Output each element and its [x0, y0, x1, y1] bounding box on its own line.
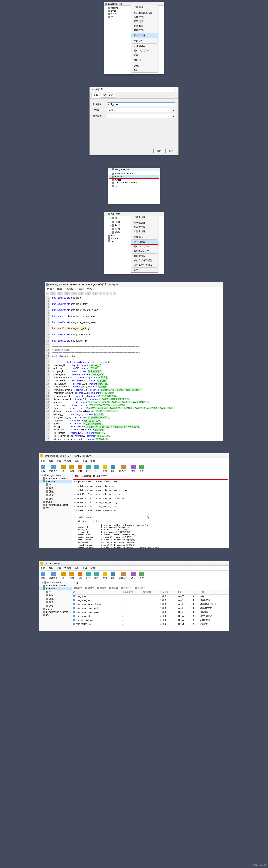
menu-item[interactable]: 编辑: [49, 459, 53, 462]
notepad-menubar[interactable]: 文件(F)编辑(E)查看(V)设置(T)帮助(H): [45, 287, 223, 291]
tool-button[interactable]: 函数: [78, 465, 82, 472]
object-toolbar[interactable]: 打开表设计表新建表删除表导入向导导出向导: [72, 585, 229, 590]
menu-item[interactable]: 复制连接...: [131, 28, 158, 32]
tree-item[interactable]: mysql: [109, 178, 159, 181]
menu-item[interactable]: 关闭连接: [131, 5, 158, 9]
menu-item[interactable]: 删除连接: [131, 24, 158, 28]
table-row[interactable]: oms_payment_info116 KBInnoDB0支付信息表: [72, 618, 229, 622]
tab-objects[interactable]: 对象: [72, 581, 81, 585]
notepad-toolbar[interactable]: [45, 291, 223, 296]
obj-tool[interactable]: 设计表: [85, 586, 94, 589]
ok-button[interactable]: 确定: [154, 149, 164, 153]
table-row[interactable]: oms_refund_info116 KBInnoDB0退款信息: [72, 622, 229, 626]
main-tabs[interactable]: 对象: [72, 581, 229, 585]
tab-sql-preview[interactable]: SQL 预览: [101, 93, 115, 98]
menu-item[interactable]: 切换连接配置文件: [131, 10, 158, 15]
obj-tool[interactable]: 新建表: [97, 586, 106, 589]
menu-item[interactable]: 帮助: [90, 459, 95, 462]
tool-button[interactable]: 连接: [41, 465, 45, 472]
obj-tool[interactable]: 删除表: [109, 586, 118, 589]
menu-item[interactable]: 新建数据库...: [131, 225, 158, 229]
tool-button[interactable]: 新建查询: [49, 465, 57, 472]
menu-item[interactable]: 在数据库中查找...: [131, 263, 158, 267]
menu-item[interactable]: 运行 SQL 文件...: [131, 49, 158, 53]
menu-item[interactable]: 工具: [75, 566, 79, 569]
menu-item[interactable]: 编辑: [49, 566, 53, 569]
tool-button[interactable]: 自动运行: [119, 572, 127, 580]
navicat-menubar[interactable]: 文件编辑查看收藏夹工具窗口帮助: [39, 458, 229, 463]
menu-item[interactable]: 逆向数据库到模型...: [131, 258, 158, 263]
menu-item[interactable]: 刷新: [131, 68, 158, 72]
tool-button[interactable]: 函数: [78, 572, 82, 580]
tree-item[interactable]: performance_schema: [109, 181, 159, 184]
table-row[interactable]: oms_order_setting116 KBInnoDB0订单配置信息: [72, 614, 229, 618]
tool-button[interactable]: 查询: [103, 572, 107, 580]
tool-button[interactable]: 用户: [86, 572, 90, 580]
tool-button[interactable]: 模型: [131, 465, 136, 472]
tool-button[interactable]: 用户: [86, 465, 90, 472]
console-output[interactable]: mysql> drop table if exists oms_order; d…: [73, 479, 229, 548]
menu-item[interactable]: 设置(T): [77, 287, 84, 291]
menu-item[interactable]: 新建查询: [131, 235, 158, 239]
menu-item[interactable]: 文件: [41, 459, 45, 462]
menu-item[interactable]: 关闭数据库: [131, 215, 158, 219]
menu-item[interactable]: 命令列界面...: [131, 240, 158, 245]
tool-button[interactable]: 自动运行: [119, 465, 127, 472]
menu-item[interactable]: 新建连接: [131, 19, 158, 24]
menu-item[interactable]: 编辑(E): [57, 287, 64, 291]
menu-item[interactable]: 收藏夹: [64, 459, 71, 462]
table-row[interactable]: oms_order_item116 KBInnoDB0订单项信息: [72, 598, 229, 602]
menu-item[interactable]: 帮助(H): [86, 287, 94, 291]
menu-item[interactable]: 命令列界面...: [131, 44, 158, 49]
cancel-button[interactable]: 取消: [165, 149, 176, 153]
tool-button[interactable]: 表: [61, 465, 66, 472]
obj-tool[interactable]: 打开表: [74, 586, 82, 589]
table-row[interactable]: oms_order_return_apply116 KBInnoDB0订单退货申…: [72, 606, 229, 610]
menu-item[interactable]: 帮助: [90, 566, 95, 569]
menu-item[interactable]: 工具: [75, 459, 79, 462]
menu-item[interactable]: 编辑连接...: [131, 15, 158, 19]
editor[interactable]: 1234567891011121314151617181920212223242…: [45, 296, 223, 441]
menu-item[interactable]: 文件: [41, 566, 45, 569]
menu-item[interactable]: 文件(F): [47, 287, 54, 291]
tree-item[interactable]: information_schema: [109, 172, 159, 175]
tool-button[interactable]: 模型: [131, 572, 136, 580]
obj-tool[interactable]: 导出向导: [135, 586, 145, 589]
tool-button[interactable]: 其它: [94, 465, 99, 472]
navicat-sidebar[interactable]: ✔sangomall-dbinformation_schemamall-oms表…: [39, 581, 72, 631]
navicat-toolbar[interactable]: 连接新建查询表视图函数用户其它查询备份自动运行模型图表: [39, 570, 229, 581]
menu-item[interactable]: 新建数据库...: [131, 33, 158, 38]
charset-select[interactable]: utf8mb4: [107, 108, 176, 112]
tab-cli[interactable]: sangomall-db - 命令列界面: [80, 474, 109, 478]
menu-item[interactable]: 刷新: [131, 53, 158, 57]
menu-item[interactable]: 刷新: [131, 268, 158, 273]
menu-item[interactable]: 收藏夹: [64, 566, 71, 569]
tool-button[interactable]: 视图: [70, 572, 74, 580]
tool-button[interactable]: 连接: [41, 572, 45, 580]
tool-button[interactable]: 查询: [103, 465, 107, 472]
navicat-toolbar[interactable]: 连接新建查询表视图函数用户其它查询备份自动运行模型图表: [39, 463, 229, 474]
menu-item[interactable]: 编辑数据库...: [131, 220, 158, 225]
context-menu[interactable]: 关闭连接切换连接配置文件编辑连接...新建连接删除连接复制连接...新建数据库.…: [131, 5, 158, 72]
navicat-menubar[interactable]: 文件编辑查看收藏夹工具窗口帮助: [39, 565, 229, 570]
menu-item[interactable]: 管理组: [131, 58, 158, 62]
menu-item[interactable]: 查看: [57, 566, 61, 569]
table-row[interactable]: oms_order_return_reason116 KBInnoDB0退货原因: [72, 610, 229, 614]
tool-button[interactable]: 图表: [139, 572, 144, 580]
tool-button[interactable]: 备份: [111, 572, 115, 580]
dbname-input[interactable]: [107, 102, 176, 106]
menu-item[interactable]: 删除数据库: [131, 229, 158, 234]
tool-button[interactable]: 视图: [70, 465, 74, 472]
main-tabs[interactable]: 对象 sangomall-db - 命令列界面: [72, 474, 229, 478]
collation-select[interactable]: [107, 114, 176, 118]
navicat-sidebar[interactable]: ✔sangomall-dbinformation_schemamall-oms表…: [39, 474, 72, 548]
close-icon[interactable]: ×: [174, 88, 177, 90]
menu-item[interactable]: 查看: [57, 459, 61, 462]
tab-objects[interactable]: 对象: [72, 474, 80, 478]
menu-item[interactable]: 运行 SQL 文件...: [131, 244, 158, 249]
table-row[interactable]: oms_order116 KBInnoDB0订单: [72, 594, 229, 598]
menu-item[interactable]: 转储 SQL 文件: [131, 249, 158, 253]
code-area[interactable]: drop table if exists oms_order; drop tab…: [50, 296, 177, 441]
tool-button[interactable]: 新建查询: [49, 572, 57, 580]
table-row[interactable]: oms_order_operate_history116 KBInnoDB0订单…: [72, 602, 229, 606]
